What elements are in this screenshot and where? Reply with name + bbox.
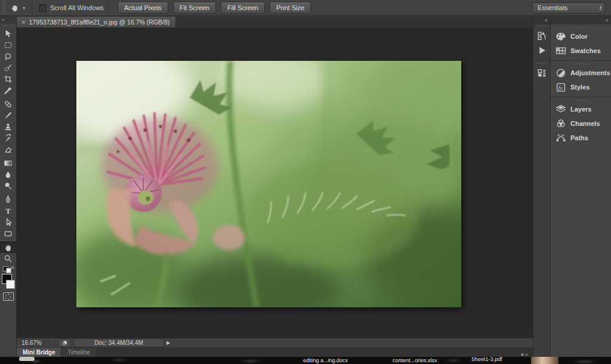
panel-label: Layers	[570, 106, 591, 113]
dodge-tool[interactable]	[0, 180, 17, 192]
lasso-tool[interactable]	[0, 51, 17, 62]
move-tool[interactable]	[0, 28, 17, 39]
open-image[interactable]	[76, 61, 461, 307]
status-badge-button[interactable]	[58, 338, 71, 347]
scroll-all-windows-label: Scroll All Windows	[50, 4, 104, 11]
eyedropper-icon	[4, 86, 13, 95]
bottom-panel-tabs: Mini Bridge Timeline ▼≡	[17, 347, 533, 357]
panel-button-swatches[interactable]: Swatches	[551, 44, 611, 58]
desktop-item[interactable]	[19, 357, 35, 361]
history-panel-button[interactable]	[534, 29, 550, 43]
character-panel-button[interactable]	[534, 66, 550, 80]
styles-fx-icon: fx	[556, 82, 566, 92]
separator	[55, 340, 55, 346]
hand-icon	[4, 243, 13, 252]
quick-selection-icon	[4, 63, 13, 72]
tools-panel: »	[0, 16, 17, 357]
zoom-tool[interactable]	[0, 253, 17, 264]
desktop-file-pdf[interactable]: Sheet1-3.pdf	[471, 356, 502, 362]
crop-tool[interactable]	[0, 73, 17, 85]
panel-button-adjustments[interactable]: Adjustments	[551, 66, 611, 80]
options-bar-grip[interactable]	[2, 1, 5, 14]
quick-selection-tool[interactable]	[0, 62, 17, 73]
desktop-photo-thumbnail[interactable]	[531, 357, 558, 364]
panel-grip[interactable]	[537, 63, 547, 64]
scroll-all-windows-checkbox[interactable]	[39, 4, 47, 12]
swatches-grid-icon	[556, 47, 566, 55]
panel-label: Adjustments	[570, 69, 610, 76]
collapsed-panel-column: «	[533, 16, 551, 357]
workspace-label: Essentials	[538, 4, 567, 11]
document-tab[interactable]: × 17953738713_8f1aff8e21_o.jpg @ 16.7% (…	[17, 17, 176, 27]
desktop-file-xlsx[interactable]: content...ories.xlsx	[393, 357, 437, 363]
play-icon	[537, 45, 547, 55]
stepper-icon: ▲▼	[599, 5, 602, 10]
document-area: × 17953738713_8f1aff8e21_o.jpg @ 16.7% (…	[17, 16, 533, 357]
panel-grip[interactable]	[574, 63, 588, 64]
type-tool[interactable]: T	[0, 205, 17, 217]
panel-button-channels[interactable]: Channels	[551, 116, 611, 131]
gradient-icon	[4, 159, 13, 168]
panel-group-layers: Layers Channels	[551, 97, 611, 147]
panel-grip[interactable]	[574, 100, 588, 101]
history-brush-tool[interactable]	[0, 132, 17, 144]
close-icon[interactable]: ×	[21, 18, 25, 26]
gradient-tool[interactable]	[0, 158, 17, 169]
fill-screen-button[interactable]: Fill Screen	[221, 2, 265, 14]
canvas-pasteboard[interactable]	[17, 28, 533, 338]
hand-tool-preset[interactable]: ▾	[7, 2, 27, 14]
history-icon	[537, 31, 547, 41]
quick-mask-button[interactable]	[3, 292, 14, 301]
document-size-info[interactable]: Doc: 34.4M/34.4M	[73, 338, 164, 347]
swap-colors-icon: ⇄	[11, 266, 14, 270]
zoom-level-field[interactable]: 16.67%	[17, 340, 53, 346]
panel-button-styles[interactable]: fx Styles	[551, 80, 611, 94]
tab-timeline[interactable]: Timeline	[61, 348, 95, 357]
panel-dock: « Color Swatches	[551, 16, 611, 357]
eraser-tool[interactable]	[0, 144, 17, 155]
healing-brush-icon	[4, 100, 13, 109]
fit-screen-button[interactable]: Fit Screen	[173, 2, 216, 14]
brush-tool[interactable]	[0, 110, 17, 121]
clone-stamp-tool[interactable]	[0, 121, 17, 132]
panel-menu-icon[interactable]: ▼≡	[520, 353, 528, 357]
status-badge-icon	[62, 341, 67, 346]
pen-icon	[4, 195, 13, 204]
panel-button-color[interactable]: Color	[551, 29, 611, 44]
spot-healing-brush-tool[interactable]	[0, 98, 17, 110]
scroll-all-windows-option[interactable]: Scroll All Windows	[39, 4, 104, 12]
eraser-icon	[4, 145, 13, 154]
tools-grip[interactable]	[4, 25, 13, 26]
eyedropper-tool[interactable]	[0, 85, 17, 96]
tools-collapse-toggle[interactable]: »	[0, 16, 16, 24]
print-size-button[interactable]: Print Size	[270, 2, 311, 14]
panel-grip[interactable]	[574, 27, 588, 28]
panel-label: Swatches	[570, 47, 601, 54]
tab-mini-bridge[interactable]: Mini Bridge	[17, 348, 61, 357]
zoom-magnifier-icon	[4, 254, 13, 263]
rectangle-shape-icon	[4, 229, 13, 238]
status-flyout-icon[interactable]: ▶	[166, 340, 170, 346]
desktop-file-docx[interactable]: editing a...ing.docx	[303, 357, 348, 363]
status-bar: 16.67% Doc: 34.4M/34.4M ▶	[17, 338, 533, 347]
hand-tool[interactable]	[0, 242, 17, 253]
clone-stamp-icon	[4, 122, 13, 131]
path-selection-icon	[4, 218, 13, 227]
path-selection-tool[interactable]	[0, 217, 17, 228]
actual-pixels-button[interactable]: Actual Pixels	[118, 2, 168, 14]
default-swap-colors[interactable]: ⇄	[2, 266, 14, 273]
background-color-swatch[interactable]	[6, 280, 15, 289]
panel-grip[interactable]	[537, 26, 547, 27]
collapse-dock-toggle[interactable]: «	[551, 16, 611, 24]
collapse-panels-toggle[interactable]: «	[533, 16, 550, 24]
shape-tool[interactable]	[0, 228, 17, 239]
panel-button-paths[interactable]: Paths	[551, 131, 611, 145]
lasso-icon	[4, 52, 13, 61]
marquee-tool[interactable]	[0, 39, 17, 51]
panel-button-layers[interactable]: Layers	[551, 102, 611, 116]
pen-tool[interactable]	[0, 194, 17, 205]
blur-tool[interactable]	[0, 169, 17, 180]
workspace-selector[interactable]: Essentials ▲▼	[532, 2, 605, 14]
actions-panel-button[interactable]	[534, 43, 550, 57]
flower-photo-illustration	[76, 61, 461, 307]
